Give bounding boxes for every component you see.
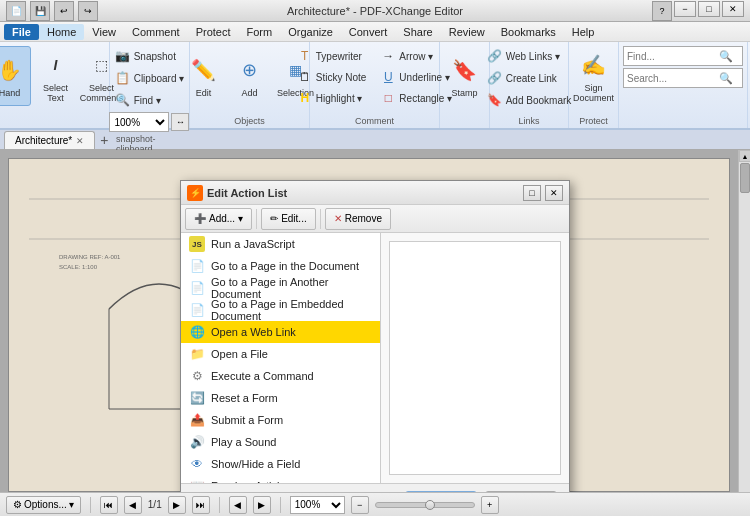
highlight-button[interactable]: H Highlight ▾: [292, 88, 372, 108]
options-button[interactable]: ⚙ Options... ▾: [6, 496, 81, 514]
list-item-submit-form[interactable]: 📤 Submit a Form: [181, 409, 380, 431]
menu-share[interactable]: Share: [395, 24, 440, 40]
menu-protect[interactable]: Protect: [188, 24, 239, 40]
toolbar-icon-2[interactable]: ↩: [54, 1, 74, 21]
find-button[interactable]: 🔍 Find ▾: [110, 90, 166, 110]
modal-maximize-button[interactable]: □: [523, 185, 541, 201]
list-item-reset-form[interactable]: 🔄 Reset a Form: [181, 387, 380, 409]
modal-app-icon: ⚡: [187, 185, 203, 201]
search-input[interactable]: [627, 73, 717, 84]
list-item-run-js[interactable]: JS Run a JavaScript: [181, 233, 380, 255]
search-input-row[interactable]: 🔍: [623, 68, 743, 88]
list-item-execute-cmd[interactable]: ⚙ Execute a Command: [181, 365, 380, 387]
zoom-slider-thumb[interactable]: [425, 500, 435, 510]
ribbon-search-area: 🔍 🔍: [619, 42, 748, 128]
stamp-button[interactable]: 🔖 Stamp: [442, 46, 486, 106]
toolbar-icon-1[interactable]: 💾: [30, 1, 50, 21]
edit-action-button[interactable]: ✏ Edit...: [261, 208, 316, 230]
rectangle-icon: □: [380, 90, 396, 106]
add-action-button[interactable]: ➕ Add... ▾: [185, 208, 252, 230]
options-arrow: ▾: [69, 499, 74, 510]
menu-convert[interactable]: Convert: [341, 24, 396, 40]
snapshot-button[interactable]: 📷 Snapshot: [110, 46, 181, 66]
doc-tab-architecture[interactable]: Architecture* ✕: [4, 131, 95, 149]
nav-first-button[interactable]: ⏮: [100, 496, 118, 514]
arrow-icon: →: [380, 48, 396, 64]
ok-button[interactable]: OK: [405, 491, 477, 493]
play-sound-label: Play a Sound: [211, 436, 276, 448]
status-sep-1: [90, 497, 91, 513]
find-input[interactable]: [627, 51, 717, 62]
window-controls: ? − □ ✕: [652, 1, 744, 21]
clipboard-icon: 📋: [115, 70, 131, 86]
nav-last-button[interactable]: ⏭: [192, 496, 210, 514]
zoom-fit-button[interactable]: ↔: [171, 113, 189, 131]
hand-label: Hand: [0, 88, 20, 98]
find-input-row[interactable]: 🔍: [623, 46, 743, 66]
list-item-show-hide[interactable]: 👁 Show/Hide a Field: [181, 453, 380, 475]
pan-left-button[interactable]: ◀: [229, 496, 247, 514]
remove-action-label: Remove: [345, 213, 382, 224]
go-page-icon: 📄: [189, 258, 205, 274]
arrow-label: Arrow ▾: [399, 51, 433, 62]
add-bookmark-button[interactable]: 🔖 Add Bookmark: [482, 90, 577, 110]
toolbar-sep-2: [320, 209, 321, 229]
go-another-label: Go to a Page in Another Document: [211, 276, 372, 300]
nav-prev-button[interactable]: ◀: [124, 496, 142, 514]
status-sep-2: [219, 497, 220, 513]
close-button[interactable]: ✕: [722, 1, 744, 17]
cancel-button[interactable]: Cancel: [485, 491, 557, 493]
toolbar-icon-3[interactable]: ↪: [78, 1, 98, 21]
modal-close-button[interactable]: ✕: [545, 185, 563, 201]
modal-title-bar: ⚡ Edit Action List □ ✕: [181, 181, 569, 205]
zoom-in-button[interactable]: +: [481, 496, 499, 514]
maximize-button[interactable]: □: [698, 1, 720, 17]
minimize-button[interactable]: −: [674, 1, 696, 17]
zoom-select[interactable]: 100% 75% 50% 150% 200%: [109, 112, 169, 132]
nav-next-button[interactable]: ▶: [168, 496, 186, 514]
doc-tab-close[interactable]: ✕: [76, 136, 84, 146]
menu-view[interactable]: View: [84, 24, 124, 40]
edit-button[interactable]: ✏️ Edit: [181, 46, 225, 106]
pan-right-button[interactable]: ▶: [253, 496, 271, 514]
clipboard-button[interactable]: 📋 Clipboard ▾: [110, 68, 190, 88]
hand-button[interactable]: ✋ Hand: [0, 46, 31, 106]
modal-title: Edit Action List: [207, 187, 519, 199]
menu-home[interactable]: Home: [39, 24, 84, 40]
options-icon: ⚙: [13, 499, 22, 510]
select-text-button[interactable]: I SelectText: [33, 46, 77, 106]
list-item-go-another[interactable]: 📄 Go to a Page in Another Document: [181, 277, 380, 299]
list-item-go-embedded[interactable]: 📄 Go to a Page in Embedded Document: [181, 299, 380, 321]
add-tab-button[interactable]: +: [95, 131, 113, 149]
question-icon[interactable]: ?: [652, 1, 672, 21]
create-link-button[interactable]: 🔗 Create Link: [482, 68, 562, 88]
zoom-slider[interactable]: [375, 502, 475, 508]
web-links-button[interactable]: 🔗 Web Links ▾: [482, 46, 565, 66]
snapshot-icon: 📷: [115, 48, 131, 64]
stamp-label: Stamp: [451, 88, 477, 98]
zoom-level-select[interactable]: 100% 75% 50% 150%: [290, 496, 345, 514]
comment-group-label: Comment: [355, 114, 394, 126]
menu-organize[interactable]: Organize: [280, 24, 341, 40]
ribbon-group-tools: ✋ Hand I SelectText ⬚ SelectComments: [2, 42, 110, 128]
modal-toolbar: ➕ Add... ▾ ✏ Edit... ✕ Remove: [181, 205, 569, 233]
menu-file[interactable]: File: [4, 24, 39, 40]
menu-form[interactable]: Form: [239, 24, 281, 40]
remove-action-button[interactable]: ✕ Remove: [325, 208, 391, 230]
menu-help[interactable]: Help: [564, 24, 603, 40]
list-item-open-web-link[interactable]: 🌐 Open a Web Link: [181, 321, 380, 343]
sticky-note-button[interactable]: 🗒 Sticky Note: [292, 67, 372, 87]
menu-comment[interactable]: Comment: [124, 24, 188, 40]
add-button[interactable]: ⊕ Add: [227, 46, 271, 106]
list-item-play-sound[interactable]: 🔊 Play a Sound: [181, 431, 380, 453]
ribbon-group-protect: ✍ SignDocument Protect: [569, 42, 619, 128]
typewriter-button[interactable]: T Typewriter: [292, 46, 372, 66]
menu-bookmarks[interactable]: Bookmarks: [493, 24, 564, 40]
menu-review[interactable]: Review: [441, 24, 493, 40]
sign-document-button[interactable]: ✍ SignDocument: [572, 46, 616, 106]
list-item-open-file[interactable]: 📁 Open a File: [181, 343, 380, 365]
sign-label: SignDocument: [573, 83, 614, 103]
zoom-out-button[interactable]: −: [351, 496, 369, 514]
list-item-go-page[interactable]: 📄 Go to a Page in the Document: [181, 255, 380, 277]
list-item-read-article[interactable]: 📖 Read an Article: [181, 475, 380, 483]
